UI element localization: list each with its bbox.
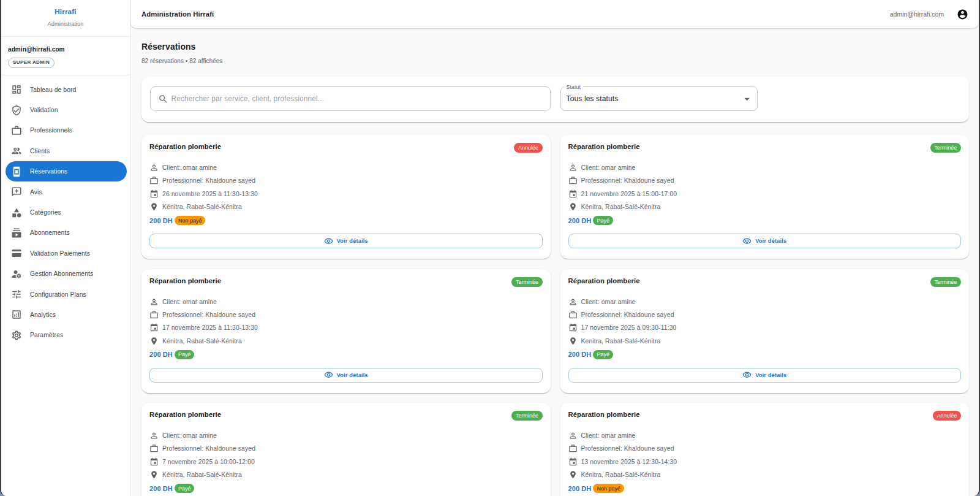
sidebar-item-validation-paiements[interactable]: Validation Paiements [6, 243, 127, 264]
professional-text: Professionnel: Khaldoune sayed [162, 311, 255, 318]
brand-name: Hirrafi [1, 5, 130, 17]
client-text: Client: omar amine [162, 299, 217, 305]
sidebar-item-label: Abonnements [30, 229, 70, 236]
status-select[interactable]: Statut Tous les statuts [560, 86, 758, 111]
client-row: Client: omar amine [568, 161, 962, 174]
card-title: Réparation plomberie [568, 143, 640, 150]
sidebar-item-validation[interactable]: Validation [6, 100, 127, 120]
briefcase-icon [568, 444, 578, 453]
sidebar-item-r-servations[interactable]: Réservations [6, 161, 127, 181]
client-row: Client: omar amine [568, 296, 962, 308]
calendar-icon [568, 189, 578, 199]
client-row: Client: omar amine [149, 296, 543, 308]
status-badge: Annulée [514, 143, 542, 153]
card-info-rows: Client: omar amine Professionnel: Khaldo… [568, 429, 962, 481]
sidebar-item-avis[interactable]: Avis [6, 181, 127, 202]
sidebar-item-configuration-plans[interactable]: Configuration Plans [6, 284, 127, 304]
book-online-icon [11, 166, 22, 177]
person-icon [149, 297, 159, 307]
card-title: Réparation plomberie [568, 277, 640, 284]
datetime-text: 26 novembre 2025 à 11:30-13:30 [162, 191, 258, 197]
account-circle-icon[interactable] [957, 9, 968, 20]
price: 200 DH [568, 217, 592, 224]
card-header: Réparation plomberie Terminée [568, 143, 962, 153]
status-badge: Terminée [930, 277, 961, 287]
details-button[interactable]: Voir détails [568, 368, 962, 383]
details-button-label: Voir détails [337, 372, 368, 378]
sidebar-item-label: Validation Paiements [30, 250, 90, 257]
search-field [150, 86, 551, 111]
chevron-down-icon [741, 93, 753, 105]
eye-icon [324, 237, 333, 246]
location-row: Kénitra, Rabat-Salé-Kénitra [149, 200, 543, 213]
brand-subtitle: Administration [1, 21, 130, 27]
briefcase-icon [149, 444, 159, 453]
briefcase-icon [568, 310, 578, 319]
briefcase-icon [568, 176, 578, 185]
datetime-text: 17 novembre 2025 à 11:30-13:30 [162, 324, 258, 331]
professional-text: Professionnel: Khaldoune sayed [162, 177, 255, 184]
price-row: 200 DH Payé [568, 349, 962, 360]
location-row: Kénitra, Rabat-Salé-Kénitra [568, 200, 962, 213]
status-badge: Annulée [933, 411, 961, 421]
price-row: 200 DH Payé [568, 215, 962, 226]
briefcase-icon [149, 310, 159, 319]
analytics-icon [11, 309, 22, 320]
sidebar-item-tableau-de-bord[interactable]: Tableau de bord [6, 80, 127, 100]
professional-text: Professionnel: Khaldoune sayed [581, 445, 674, 452]
sidebar-item-professionnels[interactable]: Professionnels [6, 120, 127, 140]
sidebar-item-gestion-abonnements[interactable]: Gestion Abonnements [6, 264, 127, 284]
card-header: Réparation plomberie Terminée [149, 277, 543, 287]
sidebar-item-param-tres[interactable]: Paramètres [6, 325, 127, 345]
professional-row: Professionnel: Khaldoune sayed [568, 308, 962, 321]
category-icon [11, 207, 22, 218]
reservation-card: Réparation plomberie Annulée Client: oma… [560, 403, 970, 496]
datetime-text: 7 novembre 2025 à 10:00-12:00 [162, 459, 255, 465]
sidebar-item-label: Catégories [30, 209, 61, 216]
sidebar-nav: Tableau de bord Validation Professionnel… [1, 75, 130, 350]
location-pin-icon [149, 470, 159, 479]
professional-row: Professionnel: Khaldoune sayed [568, 174, 962, 187]
details-button-label: Voir détails [337, 238, 368, 244]
price-row: 200 DH Payé [149, 483, 543, 494]
card-header: Réparation plomberie Annulée [568, 411, 962, 421]
reservation-card: Réparation plomberie Terminée Client: om… [141, 403, 551, 496]
sidebar-item-cat-gories[interactable]: Catégories [6, 202, 127, 223]
details-button[interactable]: Voir détails [149, 368, 543, 383]
reservation-card: Réparation plomberie Annulée Client: oma… [141, 135, 551, 259]
person-icon [568, 297, 578, 307]
search-icon [158, 94, 168, 104]
client-text: Client: omar amine [581, 432, 636, 439]
datetime-text: 13 novembre 2025 à 12:30-14:30 [581, 459, 677, 465]
dashboard-icon [11, 84, 22, 95]
eye-icon [742, 370, 752, 380]
price: 200 DH [149, 485, 173, 492]
filter-bar: Statut Tous les statuts [141, 77, 969, 122]
shield-check-icon [11, 105, 22, 116]
payment-badge: Non payé [175, 216, 206, 225]
client-row: Client: omar amine [149, 161, 543, 174]
location-row: Kénitra, Rabat-Salé-Kénitra [149, 334, 543, 347]
sidebar-user-email: admin@hirrafi.com [8, 46, 122, 53]
details-button-label: Voir détails [755, 238, 786, 244]
sidebar-item-analytics[interactable]: Analytics [6, 305, 127, 325]
card-title: Réparation plomberie [149, 143, 221, 150]
add-comment-icon [11, 186, 22, 197]
location-pin-icon [149, 202, 159, 212]
card-header: Réparation plomberie Annulée [149, 143, 543, 153]
location-text: Kénitra, Rabat-Salé-Kénitra [162, 338, 242, 345]
person-icon [568, 431, 578, 440]
price: 200 DH [568, 485, 592, 492]
person-icon [568, 163, 578, 172]
search-input[interactable] [172, 87, 544, 110]
people-icon [11, 145, 22, 156]
card-info-rows: Client: omar amine Professionnel: Khaldo… [149, 296, 543, 348]
sidebar-item-label: Paramètres [30, 332, 63, 338]
status-badge: Terminée [930, 143, 961, 153]
details-button[interactable]: Voir détails [568, 234, 962, 248]
details-button[interactable]: Voir détails [149, 234, 543, 248]
manage-accounts-icon [11, 269, 22, 280]
sidebar-item-clients[interactable]: Clients [6, 141, 127, 161]
sidebar-item-abonnements[interactable]: Abonnements [6, 223, 127, 243]
payment-badge: Payé [175, 350, 195, 359]
